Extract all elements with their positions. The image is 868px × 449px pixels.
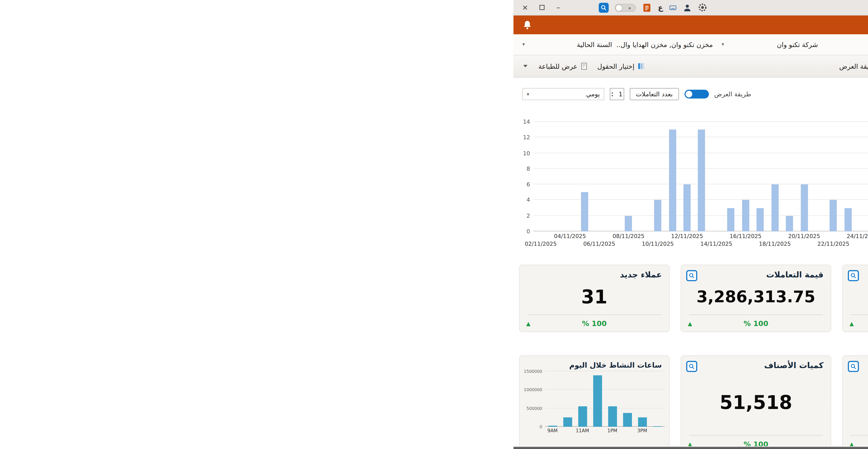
kpi-value: 51,518 xyxy=(681,370,831,435)
toolbar-left-group: إختيار الحقولعرض للطباعة xyxy=(517,55,650,77)
quick-toggle[interactable] xyxy=(615,4,636,11)
notes-icon[interactable] xyxy=(642,2,652,12)
chart-bar xyxy=(578,407,587,427)
y-tick-label: 1500000 xyxy=(524,369,542,374)
y-tick-label: 500000 xyxy=(526,406,542,411)
company-select-value: شركة تكنو وان xyxy=(777,41,818,49)
toolbar-button-overflow[interactable] xyxy=(517,58,534,74)
window-minimize-button[interactable]: – xyxy=(550,0,567,15)
filter-bar: شركة تكنو وان ▾ مخزن تكنو وان, مخزن الهد… xyxy=(514,34,868,55)
trend-up-icon: ▲ xyxy=(526,320,530,326)
caret-down-icon xyxy=(521,62,530,70)
trend-up-icon: ▲ xyxy=(688,441,692,446)
toolbar-button-label: عرض للطباعة xyxy=(538,62,577,70)
trend-up-icon: ▲ xyxy=(849,320,854,326)
y-tick-label: 6 xyxy=(527,181,530,187)
chart-bar xyxy=(608,407,617,427)
bell-icon[interactable] xyxy=(522,20,532,30)
stepper-arrows-icon[interactable]: ▴▾ xyxy=(611,91,613,97)
app-window: × – ع + × مراجعة مبيعات × الرئيسية xyxy=(514,0,868,449)
chart-bar xyxy=(771,185,778,231)
toolbar-button-label: إختيار الحقول xyxy=(597,62,634,70)
y-tick-label: 14 xyxy=(523,119,530,125)
chart-bar xyxy=(698,130,706,231)
x-tick-label: 14/11/2025 xyxy=(701,241,732,247)
interval-stepper[interactable]: 1 ▴▾ xyxy=(610,88,624,100)
view-mode-label: طريقة العرض xyxy=(714,90,751,98)
language-badge[interactable]: ع xyxy=(658,3,663,12)
y-tick-label: 0 xyxy=(527,228,530,234)
window-close-button[interactable]: × xyxy=(517,0,533,15)
x-tick-label: 02/11/2025 xyxy=(525,241,557,247)
quick-search-button[interactable] xyxy=(599,2,609,12)
chevron-down-icon: ▾ xyxy=(522,42,525,47)
chart-bar xyxy=(638,418,647,427)
chart-bar xyxy=(786,216,793,231)
stepper-value: 1 xyxy=(619,90,622,98)
chart-bar xyxy=(625,216,632,231)
window-restore-button[interactable] xyxy=(533,0,550,15)
dashboard-main: حركة التعاملات اليومية طريقة العرض بعدد … xyxy=(514,77,868,449)
hours-chart-plot xyxy=(545,372,665,427)
card-search-button[interactable] xyxy=(686,361,697,372)
y-tick-label: 0 xyxy=(540,424,542,429)
chart-bar xyxy=(581,192,588,231)
x-tick-label: 9AM xyxy=(548,428,558,434)
user-profile-icon[interactable] xyxy=(683,3,692,12)
card-search-button[interactable] xyxy=(848,270,859,281)
kpi-title: كميات الأصناف xyxy=(681,356,831,370)
x-tick-label: 10/11/2025 xyxy=(642,241,674,247)
trend-up-icon: ▲ xyxy=(849,441,854,446)
count-mode-toggle[interactable] xyxy=(684,90,709,99)
y-tick-label: 1000000 xyxy=(524,387,542,392)
warehouse-select[interactable]: مخزن تكنو وان, مخزن الهدايا وال.. ▾ xyxy=(616,37,717,52)
chart-bar xyxy=(742,200,749,231)
quick-launch-icons: ع xyxy=(599,0,707,15)
menu-bar: ملفالفهرسالإضافاتالمبيعاتالمشترياتالمخاز… xyxy=(514,15,868,34)
kpi-change: % 100 xyxy=(744,440,768,446)
gridline xyxy=(545,371,665,371)
kpi-title: قيمة التعاملات xyxy=(681,265,831,279)
kpi-card-transactions-count: عدد التعاملات 175 ▲ % 100 xyxy=(842,264,868,332)
taskbar-edge xyxy=(514,447,868,449)
kpi-value: 31 xyxy=(520,279,669,315)
x-tick-label: 11AM xyxy=(576,428,589,434)
toolbar-button-view-mode[interactable]: طريقة العرض xyxy=(835,58,868,74)
chart-bar xyxy=(654,200,661,231)
toggle-mode-chip[interactable]: بعدد التعاملات xyxy=(630,88,679,100)
chart-bar xyxy=(801,185,808,231)
keyboard-icon[interactable] xyxy=(669,4,677,11)
kpi-card-new-customers: عملاء جديد 31 ▲ % 100 xyxy=(519,264,670,332)
x-tick-label: 12/11/2025 xyxy=(671,233,703,239)
daily-transactions-chart: 02468101214 02/11/202504/11/202506/11/20… xyxy=(519,110,868,250)
kpi-title: ساعات النشاط خلال اليوم xyxy=(520,356,669,369)
card-search-button[interactable] xyxy=(848,361,859,372)
chart-bar xyxy=(593,375,602,427)
y-tick-label: 4 xyxy=(527,197,530,203)
x-tick-label: 16/11/2025 xyxy=(730,233,762,239)
y-tick-label: 10 xyxy=(523,150,530,156)
kpi-card-activity-hours: ساعات النشاط خلال اليوم 0500000100000015… xyxy=(519,355,670,446)
kpi-card-items-quantity: كميات الأصناف 51,518 ▲ % 100 xyxy=(681,355,831,446)
year-select[interactable]: السنة الحالية ▾ xyxy=(518,37,617,52)
period-select[interactable]: يومي ▾ xyxy=(522,88,604,100)
daily-chart-y-axis: 02468101214 xyxy=(519,122,533,231)
toolbar-button-print-view[interactable]: عرض للطباعة xyxy=(534,58,593,74)
x-tick-label: 3PM xyxy=(637,428,647,434)
period-select-value: يومي xyxy=(586,90,600,98)
toolbar-button-choose-fields[interactable]: إختيار الحقول xyxy=(593,58,650,74)
toolbar-button-label: طريقة العرض xyxy=(839,62,868,70)
settings-gear-icon[interactable] xyxy=(698,3,707,12)
x-tick-label: 1PM xyxy=(607,428,617,434)
kpi-cards: عدد التعاملات 175 ▲ % 100 قيمة الت xyxy=(519,264,868,446)
trend-up-icon: ▲ xyxy=(688,320,692,326)
hours-chart-x-labels: 9AM11AM1PM3PM xyxy=(545,427,665,436)
daily-chart-x-labels: 02/11/202504/11/202506/11/202508/11/2025… xyxy=(533,231,868,250)
x-tick-label: 22/11/2025 xyxy=(817,241,849,247)
x-tick-label: 18/11/2025 xyxy=(759,241,791,247)
card-search-button[interactable] xyxy=(686,270,697,281)
kpi-value: 257 xyxy=(843,370,868,435)
company-select[interactable]: شركة تكنو وان ▾ xyxy=(717,37,822,52)
chart-bar xyxy=(683,185,691,231)
chart-bar xyxy=(830,200,837,231)
